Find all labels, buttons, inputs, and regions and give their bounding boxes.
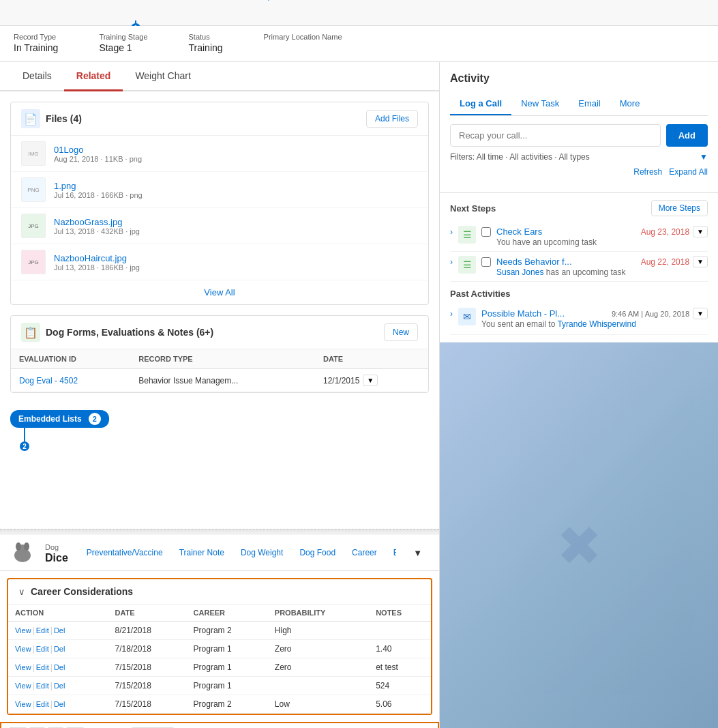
more-tabs-btn[interactable]: ▼ — [406, 542, 429, 564]
record-type-field: Record Type In Training — [14, 33, 58, 53]
career-date-5: 7/15/2018 — [108, 695, 186, 714]
filter-icon[interactable]: ▼ — [700, 152, 708, 162]
task-checkbox-2[interactable] — [481, 257, 491, 267]
file-link-1png[interactable]: 1.png — [54, 181, 143, 191]
filters-row: Filters: All time · All activities · All… — [450, 152, 708, 162]
col-date: DATE — [315, 349, 428, 369]
files-section: 📄 Files (4) Add Files IMG 01Logo Aug 21,… — [10, 102, 429, 305]
task-name-needs-behavior[interactable]: Needs Behavior f... — [496, 257, 572, 267]
tab-career[interactable]: Career — [344, 542, 385, 563]
activity-expand-1[interactable]: › — [450, 308, 453, 319]
tab-more[interactable]: More — [610, 93, 650, 115]
edit-link-4[interactable]: Edit — [36, 682, 49, 690]
edit-link-3[interactable]: Edit — [36, 663, 49, 671]
file-thumb-nazboohaircut: JPG — [21, 250, 46, 274]
task-expand-2[interactable]: › — [450, 256, 453, 267]
embedded-badge-area: Embedded Lists 2 2 — [0, 403, 439, 454]
expand-all-link[interactable]: Expand All — [669, 167, 708, 177]
task-caret-2[interactable]: ▼ — [693, 256, 708, 267]
file-item-nazboograss: JPG NazbooGrass.jpg Jul 13, 2018 · 432KB… — [11, 208, 428, 244]
career-section: ∨ Career Considerations ACTION DATE CARE… — [7, 578, 432, 715]
dog-eval-date: 12/1/2015 ▼ — [315, 369, 428, 392]
tab-preventative-vaccine[interactable]: Preventative/Vaccine — [78, 542, 171, 563]
task-checkbox-1[interactable] — [481, 227, 491, 237]
right-panel: Activity Log a Call New Task Email More … — [440, 62, 718, 728]
file-meta-01logo: Aug 21, 2018 · 11KB · png — [54, 155, 142, 163]
del-link-3[interactable]: Del — [54, 663, 65, 671]
tab-details[interactable]: Details — [10, 62, 64, 91]
career-section-header: ∨ Career Considerations — [8, 579, 431, 605]
tab-exercise[interactable]: Exercise — [385, 542, 396, 563]
dog-forms-section: 📋 Dog Forms, Evaluations & Notes (6+) Ne… — [10, 315, 429, 393]
edit-link-5[interactable]: Edit — [36, 700, 49, 708]
task-item-check-ears: › ☰ Check Ears Aug 23, 2018 ▼ You have a… — [450, 222, 708, 252]
view-link-5[interactable]: View — [15, 700, 31, 708]
tab-bar: Details Related Weight Chart — [0, 62, 439, 91]
collapse-icon[interactable]: ∨ — [18, 587, 25, 597]
tab-trainer-note[interactable]: Trainer Note — [171, 542, 233, 563]
career-col-date: DATE — [108, 605, 186, 622]
task-caret-1[interactable]: ▼ — [693, 226, 708, 237]
more-steps-button[interactable]: More Steps — [651, 200, 708, 216]
add-files-button[interactable]: Add Files — [366, 110, 418, 128]
dog-name: Dice — [45, 552, 68, 564]
dog-forms-table: EVALUATION ID RECORD TYPE DATE Dog Eval … — [11, 349, 428, 392]
add-activity-button[interactable]: Add — [666, 124, 708, 147]
task-expand-1[interactable]: › — [450, 226, 453, 237]
file-link-nazboohaircut[interactable]: NazbooHaircut.jpg — [54, 253, 140, 263]
view-link-1[interactable]: View — [15, 626, 31, 635]
tab-email[interactable]: Email — [569, 93, 610, 115]
past-activities-title: Past Activities — [450, 282, 708, 302]
task-icon-1: ☰ — [458, 226, 476, 244]
activity-caret-1[interactable]: ▼ — [693, 308, 708, 319]
svg-point-2 — [16, 542, 21, 551]
tab-log-call[interactable]: Log a Call — [450, 93, 511, 115]
refresh-link[interactable]: Refresh — [633, 167, 662, 177]
career-prob-5: Low — [268, 695, 369, 714]
career-program-4: Program 1 — [187, 677, 268, 695]
file-item-logo: IMG 01Logo Aug 21, 2018 · 11KB · png — [11, 136, 428, 172]
file-thumb-logo: IMG — [21, 141, 46, 166]
career-col-action: ACTION — [8, 605, 108, 622]
view-link-3[interactable]: View — [15, 663, 31, 671]
file-link-01logo[interactable]: 01Logo — [54, 145, 142, 155]
view-link-4[interactable]: View — [15, 682, 31, 690]
tab-new-task[interactable]: New Task — [511, 93, 569, 115]
del-link-4[interactable]: Del — [54, 682, 65, 690]
view-link-2[interactable]: View — [15, 645, 31, 653]
edit-link-2[interactable]: Edit — [36, 645, 49, 653]
filters-text: Filters: All time · All activities · All… — [450, 152, 590, 162]
del-link-2[interactable]: Del — [54, 645, 65, 653]
tab-dog-food[interactable]: Dog Food — [291, 542, 344, 563]
task-sub-1: You have an upcoming task — [496, 237, 708, 247]
career-col-probability: PROBABILITY — [268, 605, 369, 622]
del-link-5[interactable]: Del — [54, 700, 65, 708]
new-dog-form-button[interactable]: New — [384, 323, 418, 341]
career-program-3: Program 1 — [187, 658, 268, 677]
next-steps-title: Next Steps — [450, 203, 496, 214]
tab-related[interactable]: Related — [64, 62, 123, 91]
career-section-title: Career Considerations — [31, 586, 133, 597]
dog-eval-record-type: Behavior Issue Managem... — [130, 369, 315, 392]
career-prob-1: High — [268, 622, 369, 640]
task-date-2: Aug 22, 2018 — [641, 257, 689, 267]
career-date-3: 7/15/2018 — [108, 658, 186, 677]
susan-jones-link[interactable]: Susan Jones — [496, 267, 543, 277]
tyrande-link[interactable]: Tyrande Whisperwind — [557, 319, 635, 329]
view-all-files[interactable]: View All — [11, 280, 428, 304]
activity-time-1: 9:46 AM | Aug 20, 2018 — [612, 310, 689, 318]
file-link-nazboograss[interactable]: NazbooGrass.jpg — [54, 217, 140, 227]
dog-eval-link[interactable]: Dog Eval - 4502 — [19, 376, 78, 385]
possible-match-link[interactable]: Possible Match - Pl... — [481, 308, 565, 319]
tab-weight-chart[interactable]: Weight Chart — [123, 62, 203, 91]
recap-input[interactable] — [450, 124, 661, 147]
training-stage-field: Training Stage Stage 1 — [99, 33, 147, 53]
task-name-check-ears[interactable]: Check Ears — [496, 227, 542, 237]
table-row: View|Edit|Del 8/21/2018 Program 2 High — [8, 622, 431, 640]
del-link-1[interactable]: Del — [54, 626, 65, 635]
dog-label: Dog — [45, 543, 59, 551]
row-dropdown-btn[interactable]: ▼ — [363, 375, 378, 386]
career-notes-2: 1.40 — [369, 640, 431, 658]
tab-dog-weight[interactable]: Dog Weight — [233, 542, 291, 563]
edit-link-1[interactable]: Edit — [36, 626, 49, 635]
